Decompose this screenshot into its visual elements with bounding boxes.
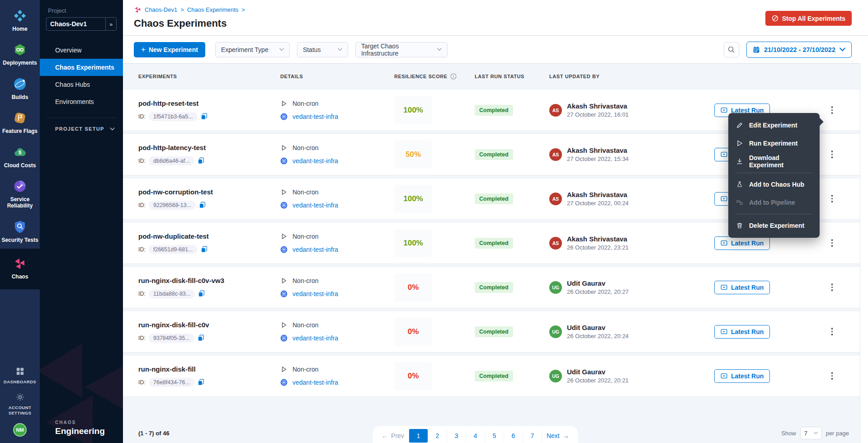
builds-icon (13, 77, 27, 91)
copy-id-button[interactable] (198, 379, 204, 386)
resilience-score: 0% (394, 362, 432, 390)
page-button[interactable]: 7 (523, 429, 542, 443)
infrastructure-link[interactable]: vedant-test-infra (292, 246, 338, 253)
breadcrumb-page[interactable]: Chaos Experiments (187, 6, 238, 13)
page-button[interactable]: 3 (447, 429, 466, 443)
nav-security-tests[interactable]: Security Tests (0, 215, 40, 249)
page-button[interactable]: 2 (428, 429, 447, 443)
copy-id-button[interactable] (199, 202, 206, 208)
nav-deployments[interactable]: Deployments (0, 38, 40, 71)
latest-run-button[interactable]: Latest Run (714, 236, 770, 250)
latest-run-button[interactable]: Latest Run (714, 325, 770, 339)
breadcrumb-separator: > (241, 6, 245, 13)
sidebar-item-chaos-hubs[interactable]: Chaos Hubs (40, 76, 123, 93)
project-expand-icon[interactable]: » (105, 18, 116, 30)
experiment-name[interactable]: pod-nw-duplicate-test (138, 232, 280, 240)
prev-page-button[interactable]: ← Prev (377, 429, 409, 443)
nav-chaos[interactable]: Chaos (0, 249, 40, 289)
experiment-name[interactable]: run-nginx-disk-fill (138, 365, 280, 373)
row-menu-button[interactable] (829, 369, 836, 382)
status-badge: Completed (475, 105, 513, 116)
row-menu-button[interactable] (829, 281, 836, 294)
page-button[interactable]: 4 (466, 429, 485, 443)
copy-id-button[interactable] (201, 246, 208, 253)
sidebar-item-overview[interactable]: Overview (40, 42, 123, 59)
copy-id-button[interactable] (198, 157, 204, 164)
experiment-type-filter[interactable]: Experiment Type (215, 42, 290, 57)
menu-item-run-experiment[interactable]: Run Experiment (728, 134, 820, 152)
next-page-button[interactable]: Next → (542, 429, 574, 443)
copy-id-button[interactable] (201, 113, 208, 120)
nav-service-reliability[interactable]: Service Reliability (0, 174, 40, 215)
experiment-id: f26651d9-681... (149, 245, 198, 254)
infrastructure-link[interactable]: vedant-test-infra (292, 157, 338, 165)
row-menu-button[interactable] (829, 148, 836, 161)
project-setup-toggle[interactable]: PROJECT SETUP (55, 126, 115, 132)
experiment-name[interactable]: pod-nw-corruption-test (138, 188, 280, 196)
infrastructure-link[interactable]: vedant-test-infra (292, 113, 338, 120)
date-range-picker[interactable]: 21/10/2022 - 27/10/2022 (746, 42, 852, 58)
row-menu-button[interactable] (829, 236, 836, 250)
row-menu-button[interactable] (829, 192, 836, 205)
page-button[interactable]: 6 (504, 429, 523, 443)
nav-home[interactable]: Home (0, 4, 40, 38)
arrow-right-icon: → (563, 432, 569, 439)
experiment-name[interactable]: run-nginx-disk-fill-c0v (138, 321, 280, 329)
updated-by-cell: UG Udit Gaurav 26 October 2022, 20:24 (549, 324, 714, 339)
status-cell: Completed (475, 371, 549, 382)
menu-item-delete-experiment[interactable]: Delete Experiment (728, 217, 820, 235)
nav-dashboards[interactable]: DASHBOARDS (0, 363, 40, 388)
updated-date: 26 October 2022, 23:21 (567, 244, 629, 251)
scrollbar-track[interactable] (860, 63, 868, 443)
row-menu-button[interactable] (829, 104, 836, 117)
details-cell: Non-cron vedant-test-infra (280, 144, 394, 165)
stop-all-experiments-button[interactable]: Stop All Experiments (765, 11, 852, 26)
menu-item-download-experiment[interactable]: Download Experiment (728, 152, 820, 170)
table-row: run-nginx-disk-fill-c0v-vw3 ID: 11bda88c… (123, 266, 860, 308)
copy-icon (198, 335, 204, 341)
sidebar-item-environments[interactable]: Environments (40, 93, 123, 110)
latest-run-button[interactable]: Latest Run (714, 281, 770, 294)
info-icon[interactable] (450, 73, 457, 80)
latest-run-button[interactable]: Latest Run (714, 369, 770, 383)
user-meta: Udit Gaurav 26 October 2022, 20:21 (567, 368, 629, 384)
menu-item-edit-experiment[interactable]: Edit Experiment (728, 116, 820, 134)
experiment-name[interactable]: run-nginx-disk-fill-c0v-vw3 (138, 277, 280, 284)
experiment-name[interactable]: pod-http-latency-test (138, 144, 280, 151)
status-cell: Completed (475, 238, 549, 249)
target-infrastructure-filter[interactable]: Target Chaos Infrastructure (355, 42, 448, 57)
status-filter[interactable]: Status (297, 42, 348, 57)
copy-id-button[interactable] (198, 290, 205, 297)
page-button[interactable]: 5 (485, 429, 504, 443)
menu-item-add-to-pipeline[interactable]: Add to Pipeline (728, 193, 820, 212)
infrastructure-link[interactable]: vedant-test-infra (292, 290, 338, 297)
page-button[interactable]: 1 (409, 429, 428, 443)
id-label: ID: (138, 291, 146, 297)
breadcrumb-project[interactable]: Chaos-Dev1 (145, 6, 177, 13)
row-menu-button[interactable] (829, 325, 836, 338)
new-experiment-button[interactable]: + New Experiment (134, 42, 205, 57)
nav-builds[interactable]: Builds (0, 72, 40, 106)
infrastructure-link[interactable]: vedant-test-infra (292, 379, 338, 386)
infrastructure-link[interactable]: vedant-test-infra (292, 335, 338, 342)
infrastructure-link[interactable]: vedant-test-infra (292, 202, 338, 209)
search-button[interactable] (724, 42, 739, 57)
sidebar-item-chaos-experiments[interactable]: Chaos Experiments (40, 59, 123, 76)
schedule-type: Non-cron (292, 321, 319, 329)
column-last-run-status: LAST RUN STATUS (475, 74, 549, 79)
run-view-icon (721, 240, 727, 246)
nav-account-settings[interactable]: ACCOUNT SETTINGS (0, 388, 40, 419)
project-selector[interactable]: Chaos-Dev1 » (46, 17, 117, 31)
project-name: Chaos-Dev1 (47, 20, 105, 28)
copy-id-button[interactable] (198, 335, 204, 341)
column-experiments: EXPERIMENTS (138, 74, 280, 79)
plus-icon: + (141, 46, 146, 53)
updated-by-cell: AS Akash Shrivastava 26 October 2022, 23… (549, 235, 714, 251)
user-avatar[interactable]: NM (13, 423, 27, 437)
nav-feature-flags[interactable]: Feature Flags (0, 106, 40, 140)
resilience-score: 100% (394, 96, 432, 124)
nav-cloud-costs[interactable]: $ Cloud Costs (0, 140, 40, 174)
menu-item-add-to-chaos-hub[interactable]: Add to Chaos Hub (728, 175, 820, 193)
page-size-select[interactable]: 7 (800, 427, 822, 439)
experiment-name[interactable]: pod-http-reset-test (138, 99, 280, 107)
